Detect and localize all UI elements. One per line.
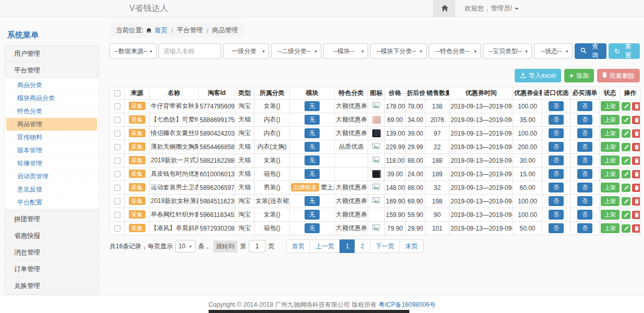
home-button[interactable]: [433, 0, 455, 17]
sidebar-group-兑换管理[interactable]: 兑换管理: [4, 278, 99, 293]
sidebar-group-消息管理[interactable]: 消息管理: [4, 244, 99, 260]
status-toggle[interactable]: 上架: [601, 155, 619, 165]
edit-button[interactable]: [622, 156, 630, 165]
page-number-input[interactable]: [249, 240, 265, 252]
module-badge[interactable]: 品牌精选: [291, 183, 319, 191]
must-buy-toggle[interactable]: 否: [577, 223, 592, 233]
must-buy-toggle[interactable]: 否: [577, 183, 592, 192]
sidebar-item-特色分类[interactable]: 特色分类: [5, 105, 99, 118]
sidebar-item-版本管理[interactable]: 版本管理: [5, 144, 99, 157]
import-select-toggle[interactable]: 否: [549, 128, 564, 138]
edit-button[interactable]: [622, 184, 630, 192]
delete-button[interactable]: [632, 143, 640, 151]
delete-button[interactable]: [632, 170, 640, 178]
delete-button[interactable]: [632, 224, 640, 233]
status-toggle[interactable]: 上架: [601, 196, 619, 206]
module-badge[interactable]: 无: [305, 128, 320, 138]
delete-button[interactable]: [632, 116, 640, 124]
data-source-filter[interactable]: --数据来源--▼: [110, 43, 156, 59]
sidebar-group-订单管理[interactable]: 订单管理: [4, 261, 99, 276]
pager-button-2[interactable]: 2: [355, 239, 370, 253]
module-badge[interactable]: 无: [305, 101, 320, 111]
status-toggle[interactable]: 上架: [601, 128, 619, 138]
level2-category-filter[interactable]: --二级分类--▼: [271, 43, 321, 59]
delete-button[interactable]: [632, 102, 640, 111]
sidebar-item-平台配置[interactable]: 平台配置: [5, 196, 99, 209]
edit-button[interactable]: [622, 102, 630, 111]
import-select-toggle[interactable]: 否: [549, 223, 564, 233]
delete-button[interactable]: [632, 129, 640, 138]
per-page-select[interactable]: 10 ▼: [175, 240, 195, 252]
must-buy-toggle[interactable]: 否: [577, 169, 592, 179]
status-toggle[interactable]: 上架: [601, 142, 619, 152]
edit-button[interactable]: [622, 197, 630, 206]
module-badge[interactable]: 无: [305, 155, 320, 165]
row-checkbox[interactable]: [114, 144, 120, 150]
status-toggle[interactable]: 上架: [601, 169, 619, 179]
status-filter[interactable]: --状态--▼: [534, 43, 573, 59]
add-button[interactable]: + 添加: [564, 69, 594, 82]
edit-button[interactable]: [622, 116, 630, 124]
module-badge[interactable]: 无: [305, 223, 320, 233]
edit-button[interactable]: [622, 170, 630, 178]
must-buy-toggle[interactable]: 否: [577, 155, 592, 165]
feature-category-filter[interactable]: --特色分类--▼: [429, 43, 481, 59]
pager-button-1[interactable]: 1: [339, 239, 355, 253]
edit-button[interactable]: [622, 211, 630, 219]
sidebar-group-省惠快报[interactable]: 省惠快报: [4, 227, 99, 243]
row-checkbox[interactable]: [114, 117, 120, 123]
row-checkbox[interactable]: [114, 171, 120, 177]
import-excel-button[interactable]: 导入excel: [515, 69, 561, 82]
import-select-toggle[interactable]: 否: [549, 183, 564, 192]
module-badge[interactable]: 无: [305, 115, 320, 125]
pager-button-上一页[interactable]: 上一页: [310, 239, 340, 253]
edit-button[interactable]: [622, 224, 630, 233]
breadcrumb-home-link[interactable]: 首页: [154, 26, 167, 35]
sidebar-item-模块商品分类[interactable]: 模块商品分类: [5, 92, 99, 105]
sidebar-item-轮播管理[interactable]: 轮播管理: [5, 157, 99, 170]
must-buy-toggle[interactable]: 否: [577, 142, 592, 152]
sidebar-group-平台管理[interactable]: 平台管理: [4, 62, 99, 78]
module-badge[interactable]: 无: [305, 196, 320, 206]
import-select-toggle[interactable]: 否: [549, 169, 564, 179]
status-toggle[interactable]: 上架: [601, 223, 619, 233]
must-buy-toggle[interactable]: 否: [577, 128, 592, 138]
delete-button[interactable]: [632, 184, 640, 192]
icp-link[interactable]: 粤ICP备16098006号: [379, 301, 435, 308]
sidebar-item-宣传物料[interactable]: 宣传物料: [5, 131, 99, 144]
search-button[interactable]: 查询: [575, 43, 606, 59]
module-subcategory-filter[interactable]: --模块下分类--▼: [370, 43, 427, 59]
edit-button[interactable]: [622, 143, 630, 151]
row-checkbox[interactable]: [114, 212, 120, 218]
user-menu[interactable]: 欢迎您，管理员!: [465, 4, 519, 13]
column-header-操作[interactable]: 操作: [621, 87, 640, 100]
module-badge[interactable]: 无: [305, 210, 320, 220]
batch-delete-button[interactable]: 批量删除: [597, 69, 640, 82]
pager-button-首页[interactable]: 首页: [286, 239, 310, 253]
reset-button[interactable]: ↻ 重置: [609, 43, 640, 59]
row-checkbox[interactable]: [114, 185, 120, 191]
must-buy-toggle[interactable]: 否: [577, 210, 592, 220]
pager-button-末页[interactable]: 末页: [399, 239, 423, 253]
status-toggle[interactable]: 上架: [601, 115, 619, 125]
module-filter[interactable]: --模块--▼: [323, 43, 368, 59]
module-badge[interactable]: 无: [305, 142, 320, 152]
select-all-checkbox[interactable]: [114, 90, 120, 97]
jump-button[interactable]: 跳转到: [213, 240, 238, 252]
sidebar-group-拼团管理[interactable]: 拼团管理: [4, 211, 99, 226]
status-toggle[interactable]: 上架: [601, 101, 619, 111]
edit-button[interactable]: [622, 129, 630, 138]
level1-category-filter[interactable]: 一级分类▼: [223, 43, 269, 59]
must-buy-toggle[interactable]: 否: [577, 115, 592, 125]
sidebar-item-意见反馈[interactable]: 意见反馈: [5, 183, 99, 196]
row-checkbox[interactable]: [114, 103, 120, 110]
sidebar-item-商品分类[interactable]: 商品分类: [5, 79, 99, 92]
delete-button[interactable]: [632, 197, 640, 206]
must-buy-toggle[interactable]: 否: [577, 101, 592, 111]
import-select-toggle[interactable]: 否: [549, 115, 564, 125]
row-checkbox[interactable]: [114, 130, 120, 137]
import-select-toggle[interactable]: 否: [549, 196, 564, 206]
row-checkbox[interactable]: [114, 225, 120, 232]
must-buy-toggle[interactable]: 否: [577, 196, 592, 206]
row-checkbox[interactable]: [114, 198, 120, 204]
